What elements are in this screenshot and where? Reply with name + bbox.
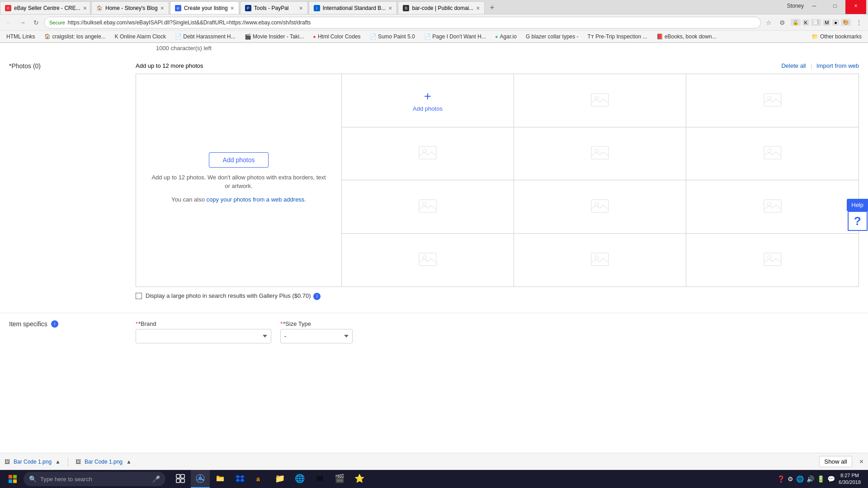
taskbar-app-task-view[interactable] — [171, 470, 190, 488]
taskbar-search-input[interactable] — [40, 476, 149, 483]
tab-home-stoney[interactable]: 🏠 Home - Stoney's Blog × — [91, 1, 169, 14]
menu-button[interactable]: ⋮ — [854, 17, 864, 28]
microphone-icon[interactable]: 🎤 — [152, 475, 160, 483]
photo-cell-3[interactable] — [686, 74, 859, 127]
taskbar-app-chrome[interactable] — [191, 470, 210, 488]
tray-volume-icon[interactable]: 🔊 — [807, 475, 814, 483]
ext-icon-2[interactable]: K — [802, 19, 809, 26]
ext-icon-4[interactable]: M — [823, 19, 830, 26]
photo-cell-4[interactable] — [342, 127, 514, 181]
craigslist-icon: 🏠 — [44, 33, 51, 39]
taskbar-app-mail[interactable]: ✉ — [310, 470, 329, 488]
reload-button[interactable]: ↻ — [31, 17, 42, 28]
tray-settings-icon[interactable]: ⚙ — [788, 475, 793, 483]
download-chevron-2[interactable]: ▲ — [126, 459, 132, 465]
photo-cell-add[interactable]: + Add photos — [342, 74, 514, 127]
ext-icon-3[interactable]: 📑 — [811, 19, 821, 26]
bookmark-pre-trip[interactable]: Tᴛ Pre-Trip Inspection ... — [585, 33, 650, 41]
bookmark-other[interactable]: 📁 Other bookmarks — [809, 33, 864, 41]
item-specifics-info-icon[interactable]: i — [51, 320, 58, 328]
gallery-info-icon[interactable]: i — [313, 293, 321, 300]
bookmark-ebooks[interactable]: 📕 eBooks, book down... — [654, 33, 719, 41]
tab-close-barcode[interactable]: × — [476, 5, 480, 12]
gallery-plus-checkbox[interactable] — [136, 293, 142, 299]
bookmark-sumo[interactable]: 📄 Sumo Paint 5.0 — [367, 33, 418, 41]
ext-icon-1[interactable]: 🔒 — [791, 19, 801, 26]
taskbar-app-star[interactable]: ⭐ — [350, 470, 369, 488]
photo-cell-7[interactable] — [342, 180, 514, 234]
photo-cell-8[interactable] — [514, 180, 686, 234]
download-chevron-1[interactable]: ▲ — [55, 459, 61, 465]
tray-help-icon[interactable]: ❓ — [777, 475, 785, 483]
forward-button[interactable]: → — [17, 17, 28, 28]
download-bar-close[interactable]: × — [859, 458, 863, 466]
copy-photos-link[interactable]: copy your photos from a web address — [207, 196, 305, 203]
tab-intl[interactable]: i International Standard B... × — [309, 1, 397, 14]
svg-line-33 — [202, 479, 204, 481]
taskbar-app-dropbox[interactable] — [231, 470, 250, 488]
start-button[interactable] — [4, 470, 22, 488]
download-separator-1 — [68, 457, 68, 466]
minimize-button[interactable]: ─ — [804, 0, 825, 14]
photo-cell-2[interactable] — [514, 74, 686, 127]
bookmark-blazer[interactable]: G blazer collar types - — [523, 33, 581, 41]
tab-close-paypal[interactable]: × — [299, 5, 303, 12]
add-up-to-label: Add up to 12 more photos — [136, 62, 203, 69]
tab-close-create[interactable]: × — [231, 5, 234, 12]
photo-cell-6[interactable] — [686, 127, 859, 181]
import-from-web-link[interactable]: Import from web — [816, 62, 859, 69]
dropbox-icon — [236, 474, 245, 483]
taskbar-app-video[interactable]: 🎬 — [330, 470, 349, 488]
bookmark-html-colors[interactable]: ● Html Color Codes — [310, 33, 363, 41]
tray-network-icon[interactable]: 🌐 — [796, 475, 804, 483]
bookmark-alarm[interactable]: K Online Alarm Clock — [112, 33, 169, 41]
bookmark-agar[interactable]: ● Agar.io — [492, 33, 519, 41]
bookmark-movie[interactable]: 🎬 Movie Insider - Taki... — [242, 33, 307, 41]
brand-select[interactable] — [136, 329, 271, 343]
photo-placeholder-icon-2 — [591, 91, 609, 110]
tray-battery-icon[interactable]: 🔋 — [817, 475, 825, 483]
photo-cell-12[interactable] — [686, 234, 859, 287]
photo-cell-9[interactable] — [686, 180, 859, 234]
photo-cell-5[interactable] — [514, 127, 686, 181]
svg-rect-25 — [13, 479, 17, 483]
bookmark-craigslist[interactable]: 🏠 craigslist: los angele... — [42, 33, 108, 41]
show-all-button[interactable]: Show all — [819, 456, 852, 467]
bookmark-page[interactable]: 📄 Page I Don't Want H... — [421, 33, 489, 41]
taskbar-clock[interactable]: 8:27 PM 6/30/2018 — [839, 472, 861, 486]
taskbar-app-explorer[interactable] — [211, 470, 230, 488]
close-button[interactable]: × — [845, 0, 866, 14]
download-item-1[interactable]: 🖼 Bar Code 1.png ▲ — [5, 459, 61, 465]
extensions-button[interactable]: ⚙ — [777, 17, 788, 28]
taskbar-app-amazon[interactable]: a — [250, 470, 269, 488]
help-question-icon[interactable]: ? — [848, 211, 868, 231]
tab-create-listing[interactable]: e Create your listing × — [170, 1, 239, 14]
photo-cell-11[interactable] — [514, 234, 686, 287]
taskbar-search-box[interactable]: 🔍 🎤 — [24, 472, 165, 486]
tab-ebay-seller[interactable]: e eBay Seller Centre - CRE... × — [0, 1, 90, 14]
tab-close-intl[interactable]: × — [388, 5, 392, 12]
bookmark-html-links[interactable]: HTML Links — [4, 33, 38, 41]
ext-icon-5[interactable]: ● — [832, 19, 839, 26]
bookmark-button[interactable]: ☆ — [764, 17, 774, 28]
new-tab-button[interactable]: + — [486, 1, 498, 14]
taskbar-app-folder[interactable]: 📁 — [270, 470, 289, 488]
help-label[interactable]: Help — [847, 199, 868, 211]
tab-close-ebay[interactable]: × — [83, 5, 87, 12]
add-photos-main-button[interactable]: Add photos — [209, 152, 269, 168]
size-type-select[interactable]: - — [280, 329, 353, 343]
download-item-2[interactable]: 🖼 Bar Code 1.png ▲ — [75, 459, 132, 465]
tab-barcode[interactable]: b bar-code | Public domai... × — [398, 1, 485, 14]
photo-cell-10[interactable] — [342, 234, 514, 287]
taskbar-app-chrome2[interactable]: 🌐 — [290, 470, 309, 488]
bookmark-debt[interactable]: 📄 Debt Harassment H... — [172, 33, 238, 41]
tab-paypal[interactable]: P Tools - PayPal × — [240, 1, 308, 14]
delete-all-link[interactable]: Delete all — [781, 62, 806, 69]
ext-icon-6[interactable]: 🎨 — [841, 19, 851, 26]
address-bar[interactable]: Secure https://bulksell.ebay.com/ws/eBay… — [44, 17, 761, 28]
amazon-icon: a — [255, 474, 264, 483]
tray-notification-icon[interactable]: 💬 — [827, 475, 835, 483]
back-button[interactable]: ← — [4, 17, 14, 28]
maximize-button[interactable]: □ — [825, 0, 845, 14]
tab-close-home[interactable]: × — [160, 5, 164, 12]
